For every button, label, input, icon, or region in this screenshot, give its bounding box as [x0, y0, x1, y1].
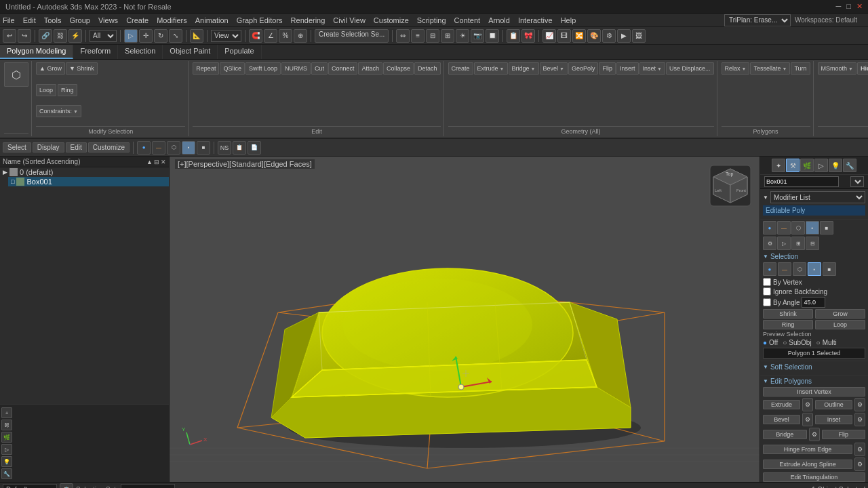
hinge-from-edge-btn[interactable]: Hinge From Edge [763, 445, 852, 454]
dope-sheet[interactable]: 🎞 [557, 29, 571, 43]
close-btn[interactable]: ✕ [856, 2, 863, 11]
extrude-along-spline-btn[interactable]: Extrude Along Spline [763, 460, 852, 469]
cmd-create-icon[interactable]: ✦ [772, 159, 785, 172]
workspace-dropdown[interactable]: TriPlan: Erase... [724, 14, 791, 26]
align-btn[interactable]: ≡ [411, 29, 425, 43]
ribbon-shrink-btn[interactable]: ▼ Shrink [66, 62, 98, 75]
place-highlight[interactable]: ☀ [456, 29, 469, 43]
ribbon-use-displace-btn[interactable]: Use Displace... [666, 62, 714, 75]
grow-btn[interactable]: Grow [815, 309, 865, 319]
render-setup[interactable]: ⚙ [602, 29, 616, 43]
ribbon-grow-btn[interactable]: ▲ Grow [36, 62, 65, 75]
hinge-settings-icon[interactable]: ⚙ [854, 443, 865, 456]
menu-customize[interactable]: Customize [374, 16, 409, 24]
undo-btn[interactable]: ↩ [3, 29, 16, 43]
frame-set-icon[interactable]: 📋 [60, 483, 73, 489]
ribbon-detach-btn[interactable]: Detach [414, 62, 441, 75]
ribbon-relax-btn[interactable]: Relax ▼ [722, 62, 750, 75]
menu-interactive[interactable]: Interactive [518, 16, 553, 24]
ribbon-tessellate-btn[interactable]: Tessellate ▼ [750, 62, 790, 75]
menu-graph-editors[interactable]: Graph Editors [237, 16, 283, 24]
viewport-nav-cube[interactable]: Top Left Front [707, 162, 754, 209]
named-selections-btn[interactable]: NS [218, 141, 231, 155]
by-angle-input[interactable] [802, 297, 825, 308]
tab-edit[interactable]: Edit [66, 142, 87, 152]
menu-civil-view[interactable]: Civil View [333, 16, 365, 24]
tab-polygon-modeling[interactable]: Polygon Modeling [0, 45, 73, 59]
minimize-btn[interactable]: ─ [836, 2, 842, 11]
tab-select[interactable]: Select [3, 142, 31, 152]
spinner-snap[interactable]: ⊕ [294, 29, 307, 43]
move-btn[interactable]: ✛ [139, 29, 153, 43]
menu-create[interactable]: Create [126, 16, 149, 24]
loop-btn[interactable]: Loop [815, 320, 865, 329]
ribbon-nurms-btn[interactable]: NURMS [281, 62, 311, 75]
ribbon-bevel-btn[interactable]: Bevel ▼ [540, 62, 568, 75]
ignore-backfacing-checkbox[interactable] [763, 287, 771, 296]
frame-set-dropdown[interactable]: Default [3, 484, 57, 489]
by-vertex-checkbox[interactable] [763, 278, 771, 286]
rp-border-icon[interactable]: ⬡ [791, 221, 805, 235]
extrude-spline-settings-icon[interactable]: ⚙ [854, 458, 865, 471]
bind-btn[interactable]: ⚡ [68, 29, 82, 43]
ribbon-geopoly-btn[interactable]: GeoPoly [568, 62, 599, 75]
outline-settings-icon[interactable]: ⚙ [854, 398, 865, 411]
ribbon-bridge-btn[interactable]: Bridge ▼ [509, 62, 539, 75]
flip-btn2[interactable]: Flip [822, 430, 866, 439]
cmd-modify-icon[interactable]: ⚒ [786, 159, 800, 172]
outline-btn[interactable]: Outline [815, 400, 852, 409]
copy-ns-btn[interactable]: 📋 [233, 141, 246, 155]
left-utility-icon[interactable]: 🔧 [1, 468, 12, 479]
selection-set-input[interactable] [121, 484, 175, 489]
rp-edge-icon[interactable]: — [777, 221, 791, 235]
ribbon-ring-btn[interactable]: Ring [58, 84, 77, 96]
align-view[interactable]: 🔲 [486, 29, 499, 43]
editable-poly-entry[interactable]: Editable Poly [763, 205, 865, 216]
shrink-btn[interactable]: Shrink [763, 309, 813, 319]
menu-arnold[interactable]: Arnold [488, 16, 510, 24]
tree-item-box001[interactable]: □ Box001 [8, 177, 169, 186]
object-color-select[interactable] [850, 176, 864, 187]
rp-polygon-icon[interactable]: ▪ [806, 221, 819, 235]
subobj-edge-icon[interactable]: — [152, 141, 165, 155]
sel-edge-icon[interactable]: — [778, 262, 791, 276]
sel-vertex-icon[interactable]: ● [763, 262, 776, 276]
subobj-polygon-icon[interactable]: ▪ [182, 141, 195, 155]
rp-settings-icon[interactable]: ⚙ [763, 237, 776, 250]
by-angle-checkbox[interactable] [763, 298, 771, 306]
ribbon-repeat-btn[interactable]: Repeat [193, 62, 219, 75]
left-bind-icon[interactable]: ⛓ [1, 420, 12, 430]
tab-freeform[interactable]: Freeform [73, 45, 118, 59]
scale-btn[interactable]: ⤡ [169, 29, 182, 43]
ribbon-turn-btn[interactable]: Turn [791, 62, 810, 75]
mirror-btn[interactable]: ⇔ [396, 29, 410, 43]
ribbon-collapse-btn[interactable]: Collapse [383, 62, 414, 75]
menu-help[interactable]: Help [561, 16, 576, 24]
rp-element-icon[interactable]: ■ [820, 221, 833, 235]
tab-selection[interactable]: Selection [118, 45, 163, 59]
menu-modifiers[interactable]: Modifiers [157, 16, 187, 24]
redo-btn[interactable]: ↪ [18, 29, 31, 43]
layer-mgr[interactable]: 📋 [507, 29, 520, 43]
bridge-settings-icon[interactable]: ⚙ [809, 428, 820, 441]
left-display-icon[interactable]: 💡 [1, 456, 12, 467]
material-editor[interactable]: 🎨 [587, 29, 601, 43]
link-btn[interactable]: 🔗 [39, 29, 52, 43]
ribbon-insert-btn[interactable]: Insert [616, 62, 639, 75]
scene-sort-btn[interactable]: ▲ [146, 159, 153, 165]
ribbon-qslice-btn[interactable]: QSlice [220, 62, 245, 75]
create-selection-set[interactable]: Create Selection Se... [315, 29, 389, 43]
ribbon-cut-btn[interactable]: Cut [311, 62, 328, 75]
subobj-element-icon[interactable]: ■ [197, 141, 210, 155]
sel-polygon-icon[interactable]: ▪ [808, 262, 821, 276]
edit-polygons-title[interactable]: Edit Polygons [763, 378, 865, 385]
subobj-vertex-icon[interactable]: ● [137, 141, 151, 155]
maximize-btn[interactable]: □ [846, 2, 851, 11]
paste-ns-btn[interactable]: 📄 [248, 141, 261, 155]
ribbon-hide-selected-btn[interactable]: Hide Selected [857, 62, 868, 75]
viewport[interactable]: [+][Perspective][Standard][Edged Faces] [170, 157, 760, 482]
left-create-icon[interactable]: + [1, 407, 12, 418]
left-hierarchy-icon[interactable]: 🌿 [1, 432, 12, 443]
ribbon-create-btn[interactable]: Create [448, 62, 473, 75]
ribbon-msmooth-btn[interactable]: MSmooth ▼ [818, 62, 856, 75]
